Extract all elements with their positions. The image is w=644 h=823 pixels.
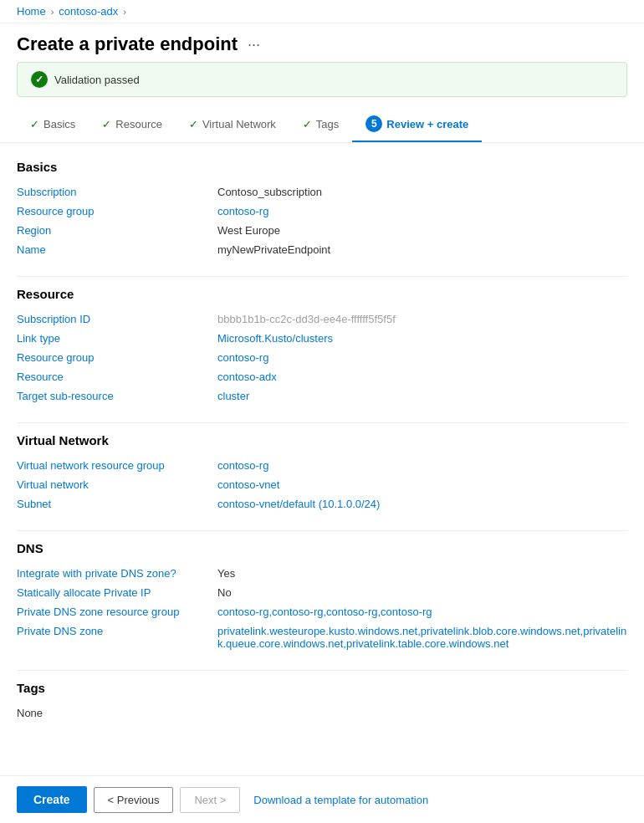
wizard-tabs: ✓ Basics ✓ Resource ✓ Virtual Network ✓ … — [0, 107, 644, 143]
tab-basics-check: ✓ — [30, 118, 39, 130]
label-name: Name — [17, 243, 217, 256]
row-dns-zone: Private DNS zone privatelink.westeurope.… — [17, 621, 627, 653]
tab-review-create-num: 5 — [365, 115, 382, 132]
validation-text: Validation passed — [54, 74, 140, 86]
row-link-type: Link type Microsoft.Kusto/clusters — [17, 329, 627, 348]
tab-resource-label: Resource — [115, 118, 162, 130]
row-tags-none: None — [17, 703, 627, 723]
footer: Create < Previous Next > Download a temp… — [0, 775, 644, 823]
row-subscription: Subscription Contoso_subscription — [17, 182, 627, 202]
breadcrumb-chevron-1: › — [51, 7, 54, 17]
section-basics-title: Basics — [17, 160, 627, 174]
breadcrumb: Home › contoso-adx › — [17, 5, 627, 18]
create-button[interactable]: Create — [17, 786, 87, 813]
tab-resource-check: ✓ — [102, 118, 111, 130]
value-tags-none: None — [17, 707, 627, 719]
validation-check-icon — [31, 71, 48, 88]
divider-3 — [17, 530, 627, 531]
tab-virtual-network-check: ✓ — [189, 118, 198, 130]
validation-banner: Validation passed — [17, 62, 627, 97]
value-dns-rg[interactable]: contoso-rg,contoso-rg,contoso-rg,contoso… — [217, 606, 627, 618]
label-link-type: Link type — [17, 332, 217, 345]
section-resource-title: Resource — [17, 287, 627, 301]
value-integrate-dns: Yes — [217, 567, 627, 580]
page-header: Create a private endpoint ··· — [0, 23, 644, 62]
section-dns: DNS Integrate with private DNS zone? Yes… — [17, 541, 627, 653]
label-dns-zone: Private DNS zone — [17, 625, 217, 637]
divider-4 — [17, 670, 627, 671]
section-virtual-network: Virtual Network Virtual network resource… — [17, 433, 627, 514]
top-bar: Home › contoso-adx › — [0, 0, 644, 23]
tab-review-create-label: Review + create — [386, 118, 468, 130]
label-integrate-dns: Integrate with private DNS zone? — [17, 567, 217, 580]
breadcrumb-home[interactable]: Home — [17, 5, 46, 18]
value-resource-group[interactable]: contoso-rg — [217, 205, 627, 217]
row-resource-group: Resource group contoso-rg — [17, 202, 627, 221]
value-region: West Europe — [217, 224, 627, 237]
section-tags: Tags None — [17, 681, 627, 723]
more-options-icon[interactable]: ··· — [248, 36, 260, 54]
section-dns-title: DNS — [17, 541, 627, 555]
value-name: myNewPrivateEndpoint — [217, 243, 627, 256]
previous-button[interactable]: < Previous — [94, 787, 174, 813]
row-resource: Resource contoso-adx — [17, 367, 627, 386]
label-subnet: Subnet — [17, 498, 217, 510]
label-subscription-id: Subscription ID — [17, 313, 217, 325]
main-content: Basics Subscription Contoso_subscription… — [0, 143, 644, 806]
tab-basics[interactable]: ✓ Basics — [17, 110, 89, 141]
breadcrumb-chevron-2: › — [123, 7, 126, 17]
label-static-ip: Statically allocate Private IP — [17, 586, 217, 599]
value-vnet[interactable]: contoso-vnet — [217, 478, 627, 491]
row-vnet-rg: Virtual network resource group contoso-r… — [17, 456, 627, 475]
value-subscription: Contoso_subscription — [217, 186, 627, 198]
tab-tags[interactable]: ✓ Tags — [289, 110, 352, 141]
label-resource-rg: Resource group — [17, 351, 217, 364]
row-vnet: Virtual network contoso-vnet — [17, 475, 627, 494]
section-tags-title: Tags — [17, 681, 627, 695]
value-target-sub-resource: cluster — [217, 390, 627, 402]
label-vnet: Virtual network — [17, 478, 217, 491]
value-link-type[interactable]: Microsoft.Kusto/clusters — [217, 332, 627, 345]
label-region: Region — [17, 224, 217, 237]
value-static-ip: No — [217, 586, 627, 599]
breadcrumb-parent[interactable]: contoso-adx — [59, 5, 118, 18]
value-resource[interactable]: contoso-adx — [217, 371, 627, 383]
value-vnet-rg[interactable]: contoso-rg — [217, 459, 627, 472]
label-target-sub-resource: Target sub-resource — [17, 390, 217, 402]
section-vnet-title: Virtual Network — [17, 433, 627, 447]
template-link[interactable]: Download a template for automation — [247, 788, 435, 812]
value-subscription-id: bbbb1b1b-cc2c-dd3d-ee4e-ffffff5f5f5f — [217, 313, 627, 325]
divider-1 — [17, 276, 627, 277]
row-subnet: Subnet contoso-vnet/default (10.1.0.0/24… — [17, 494, 627, 514]
tab-tags-check: ✓ — [303, 118, 312, 130]
section-resource: Resource Subscription ID bbbb1b1b-cc2c-d… — [17, 287, 627, 406]
row-integrate-dns: Integrate with private DNS zone? Yes — [17, 564, 627, 583]
label-resource: Resource — [17, 371, 217, 383]
row-static-ip: Statically allocate Private IP No — [17, 583, 627, 602]
row-target-sub-resource: Target sub-resource cluster — [17, 386, 627, 406]
label-subscription: Subscription — [17, 186, 217, 198]
tab-review-create[interactable]: 5 Review + create — [352, 107, 482, 142]
row-resource-rg: Resource group contoso-rg — [17, 348, 627, 367]
value-dns-zone[interactable]: privatelink.westeurope.kusto.windows.net… — [217, 625, 627, 650]
label-resource-group: Resource group — [17, 205, 217, 217]
tab-tags-label: Tags — [316, 118, 339, 130]
row-name: Name myNewPrivateEndpoint — [17, 240, 627, 259]
label-dns-rg: Private DNS zone resource group — [17, 606, 217, 618]
row-subscription-id: Subscription ID bbbb1b1b-cc2c-dd3d-ee4e-… — [17, 309, 627, 329]
row-region: Region West Europe — [17, 221, 627, 240]
section-basics: Basics Subscription Contoso_subscription… — [17, 160, 627, 259]
divider-2 — [17, 422, 627, 423]
row-dns-rg: Private DNS zone resource group contoso-… — [17, 602, 627, 621]
tab-virtual-network[interactable]: ✓ Virtual Network — [176, 110, 289, 141]
value-resource-rg[interactable]: contoso-rg — [217, 351, 627, 364]
label-vnet-rg: Virtual network resource group — [17, 459, 217, 472]
tab-virtual-network-label: Virtual Network — [202, 118, 276, 130]
tab-resource[interactable]: ✓ Resource — [89, 110, 176, 141]
value-subnet: contoso-vnet/default (10.1.0.0/24) — [217, 498, 627, 510]
next-button: Next > — [180, 787, 240, 813]
page-title: Create a private endpoint — [17, 33, 238, 55]
tab-basics-label: Basics — [43, 118, 75, 130]
